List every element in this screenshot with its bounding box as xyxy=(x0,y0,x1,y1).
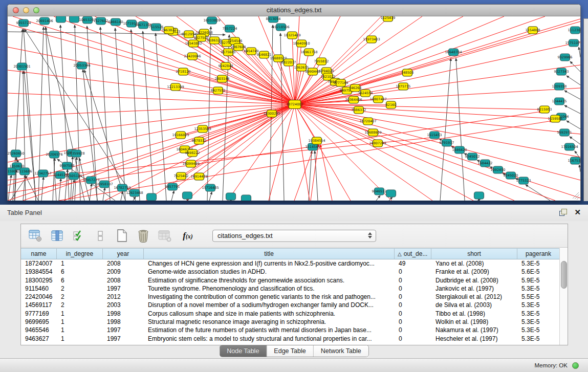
table-row[interactable]: 1872400712008Changes of HCN gene express… xyxy=(21,259,560,268)
table-cell[interactable]: 5.6E-5 xyxy=(517,268,560,276)
table-cell[interactable]: 1 xyxy=(57,259,103,268)
table-scrollbar[interactable] xyxy=(559,248,568,345)
graph-edge[interactable] xyxy=(90,184,92,201)
column-header-year[interactable]: year xyxy=(103,249,144,259)
graph-node[interactable] xyxy=(474,192,484,199)
table-cell[interactable]: Tibbo et al. (1998) xyxy=(431,310,517,318)
close-window-button[interactable] xyxy=(13,7,19,13)
column-header-pagerank[interactable]: pagerank xyxy=(517,249,560,259)
table-cell[interactable]: Embryonic stem cells: a model to study s… xyxy=(144,335,395,343)
graph-edge[interactable] xyxy=(295,16,545,104)
network-table-selector[interactable]: citations_edges.txt xyxy=(212,230,376,242)
memory-status-indicator[interactable] xyxy=(572,362,579,369)
graph-edge[interactable] xyxy=(176,87,295,104)
node-table[interactable]: namein_degreeyeartitle△out_de...shortpag… xyxy=(21,248,560,345)
graph-node[interactable] xyxy=(147,193,157,201)
table-cell[interactable]: 49 xyxy=(395,259,431,268)
graph-node[interactable] xyxy=(56,16,66,23)
graph-edge[interactable] xyxy=(295,104,473,201)
table-cell[interactable]: 1997 xyxy=(103,326,144,334)
table-cell[interactable]: 1 xyxy=(57,318,103,326)
graph-edge[interactable] xyxy=(209,192,212,201)
table-cell[interactable]: 2 xyxy=(57,285,103,293)
table-cell[interactable]: 2009 xyxy=(103,268,144,276)
graph-edge[interactable] xyxy=(183,72,295,104)
graph-edge[interactable] xyxy=(171,191,174,201)
table-cell[interactable]: Yano et al. (2008) xyxy=(431,259,517,268)
table-cell[interactable]: 5.3E-5 xyxy=(517,310,560,318)
network-view-window[interactable]: citations_edges.txt 93557242069140610653… xyxy=(7,4,581,201)
table-cell[interactable]: 6 xyxy=(57,276,103,285)
table-header-row[interactable]: namein_degreeyeartitle△out_de...shortpag… xyxy=(21,248,560,259)
table-cell[interactable]: Wolkin et al. (1998) xyxy=(431,318,517,326)
table-row[interactable]: 911546021997Tourette syndrome. Phenomeno… xyxy=(21,285,560,293)
table-cell[interactable]: 0 xyxy=(395,310,431,318)
table-row[interactable]: 2242004622012Investigating the contribut… xyxy=(21,293,560,301)
graph-edge[interactable] xyxy=(295,104,580,180)
tab-node-table[interactable]: Node Table xyxy=(220,345,266,357)
table-cell[interactable]: 0 xyxy=(395,285,431,293)
tab-edge-table[interactable]: Edge Table xyxy=(266,345,313,357)
graph-node[interactable] xyxy=(242,195,251,201)
tab-network-table[interactable]: Network Table xyxy=(313,345,368,357)
graph-edge[interactable] xyxy=(295,104,580,198)
table-cell[interactable]: 9463627 xyxy=(21,335,57,343)
table-cell[interactable]: 2008 xyxy=(103,259,144,268)
minimize-window-button[interactable] xyxy=(23,7,29,13)
graph-edge[interactable] xyxy=(295,104,351,201)
table-cell[interactable]: Franke et al. (2009) xyxy=(431,268,517,276)
graph-edge[interactable] xyxy=(199,104,295,177)
table-cell[interactable]: 5.3E-5 xyxy=(517,259,560,268)
table-cell[interactable]: Structural magnetic resonance image aver… xyxy=(144,318,395,326)
table-cell[interactable]: Investigating the contribution of common… xyxy=(144,293,395,301)
table-cell[interactable]: de Silva et al. (2003) xyxy=(431,301,517,309)
graph-edge[interactable] xyxy=(567,76,580,85)
table-cell[interactable]: 1 xyxy=(57,335,103,343)
show-columns-button[interactable] xyxy=(50,228,65,244)
graph-edge[interactable] xyxy=(295,104,545,110)
zoom-window-button[interactable] xyxy=(33,7,39,13)
table-cell[interactable]: 2 xyxy=(57,293,103,301)
table-mode-button[interactable] xyxy=(28,228,43,244)
graph-edge[interactable] xyxy=(143,31,154,201)
table-cell[interactable]: Tourette syndrome. Phenomenology and cla… xyxy=(144,285,395,293)
graph-edge[interactable] xyxy=(579,47,580,57)
graph-edge[interactable] xyxy=(564,105,580,114)
column-header-out_de[interactable]: △out_de... xyxy=(395,249,431,259)
graph-edge[interactable] xyxy=(8,93,295,104)
table-cell[interactable]: 1997 xyxy=(103,285,144,293)
table-row[interactable]: 1456911722003Disruption of a novel membe… xyxy=(21,301,560,309)
graph-edge[interactable] xyxy=(53,158,55,201)
column-header-in_degree[interactable]: in_degree xyxy=(57,249,103,259)
scrollbar-thumb[interactable] xyxy=(561,261,567,289)
graph-edge[interactable] xyxy=(59,179,61,201)
close-panel-icon[interactable]: ✕ xyxy=(574,209,581,216)
table-cell[interactable]: Dudbridge et al. (2008) xyxy=(431,276,517,285)
table-cell[interactable]: 5.5E-5 xyxy=(517,293,560,301)
table-row[interactable]: 946362711997Embryonic stem cells: a mode… xyxy=(21,335,560,343)
table-row[interactable]: 946554611997Estimation of the future num… xyxy=(21,326,560,334)
graph-edge[interactable] xyxy=(456,58,465,201)
graph-edge[interactable] xyxy=(573,192,579,199)
table-cell[interactable]: 2012 xyxy=(103,293,144,301)
network-window-titlebar[interactable]: citations_edges.txt xyxy=(8,5,580,16)
graph-edge[interactable] xyxy=(295,104,514,201)
table-cell[interactable]: Nakamura et al. (1997) xyxy=(431,326,517,334)
graph-edge[interactable] xyxy=(8,70,295,104)
table-cell[interactable]: Corpus callosum shape and size in male p… xyxy=(144,310,395,318)
column-header-short[interactable]: short xyxy=(431,249,517,259)
graph-edge[interactable] xyxy=(226,66,295,104)
table-cell[interactable]: 5.3E-5 xyxy=(517,335,560,343)
graph-edge[interactable] xyxy=(376,195,380,201)
table-cell[interactable]: 6 xyxy=(57,268,103,276)
table-cell[interactable]: Changes of HCN gene expression and I(f) … xyxy=(144,259,395,268)
table-cell[interactable]: 5.3E-5 xyxy=(517,318,560,326)
table-cell[interactable]: Estimation of the future numbers of pati… xyxy=(144,326,395,334)
table-cell[interactable]: 18300295 xyxy=(21,276,57,285)
graph-edge[interactable] xyxy=(87,26,97,201)
graph-edge[interactable] xyxy=(567,121,580,129)
graph-edge[interactable] xyxy=(309,151,312,201)
column-header-title[interactable]: title xyxy=(144,249,395,259)
delete-column-button[interactable] xyxy=(136,228,151,244)
graph-edge[interactable] xyxy=(100,27,110,201)
